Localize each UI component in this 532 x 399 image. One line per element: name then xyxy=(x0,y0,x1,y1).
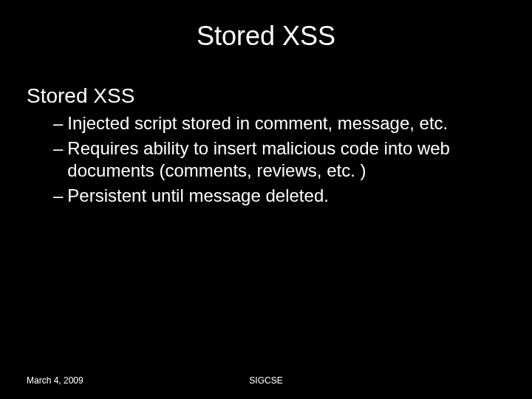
footer-venue: SIGCSE xyxy=(249,375,282,386)
slide-subtitle: Stored XSS xyxy=(0,66,532,112)
footer-date: March 4, 2009 xyxy=(27,375,83,386)
bullet-item: – Persistent until message deleted. xyxy=(53,185,502,210)
bullet-dash-icon: – xyxy=(53,112,67,134)
bullet-dash-icon: – xyxy=(53,137,67,182)
slide-title: Stored XSS xyxy=(0,0,532,66)
bullet-dash-icon: – xyxy=(53,185,67,207)
bullet-text: Injected script stored in comment, messa… xyxy=(67,112,502,134)
bullet-text: Requires ability to insert malicious cod… xyxy=(67,137,502,182)
bullet-text: Persistent until message deleted. xyxy=(67,185,502,207)
slide: Stored XSS Stored XSS – Injected script … xyxy=(0,0,532,399)
bullet-item: – Injected script stored in comment, mes… xyxy=(53,112,502,137)
bullet-item: – Requires ability to insert malicious c… xyxy=(53,137,502,185)
bullet-list: – Injected script stored in comment, mes… xyxy=(0,112,532,210)
